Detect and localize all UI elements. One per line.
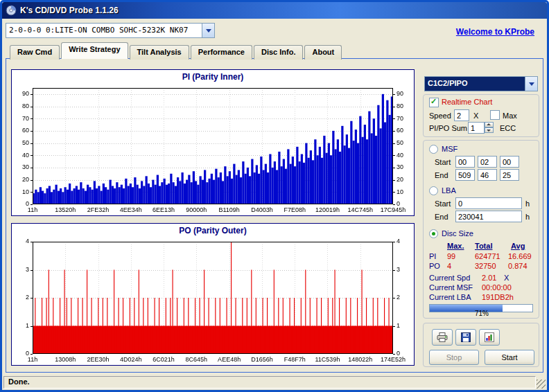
device-select-dropdown-button[interactable] bbox=[202, 24, 214, 37]
lba-start-unit: h bbox=[525, 199, 530, 208]
max-speed-label: Max bbox=[503, 112, 517, 120]
tab-raw-cmd[interactable]: Raw Cmd bbox=[10, 45, 60, 60]
msf-end-frame-input[interactable] bbox=[500, 169, 519, 181]
stats-header-max: Max. bbox=[447, 242, 464, 250]
printer-icon bbox=[437, 332, 448, 342]
msf-end-sec-input[interactable] bbox=[478, 169, 497, 181]
po-chart-title: PO (Parity Outer) bbox=[12, 224, 414, 235]
chevron-down-icon bbox=[529, 82, 534, 89]
current-spd-label: Current Spd bbox=[429, 274, 470, 282]
stats-po-avg: 0.874 bbox=[508, 262, 528, 270]
ecc-label: ECC bbox=[500, 124, 516, 132]
lba-end-unit: h bbox=[525, 213, 530, 221]
tab-about[interactable]: About bbox=[304, 45, 342, 60]
msf-start-label: Start bbox=[435, 158, 451, 166]
msf-start-min-input[interactable] bbox=[455, 156, 475, 168]
pipo-sum-spinner[interactable] bbox=[485, 122, 494, 133]
statusbar: Done. bbox=[2, 375, 547, 390]
actions-group: Stop Start bbox=[423, 323, 539, 367]
tab-write-strategy[interactable]: Write Strategy bbox=[61, 42, 128, 59]
tab-page-write-strategy: PI (Parity Inner) PO (Parity Outer) C1C2… bbox=[6, 58, 543, 373]
window-title: K's CD/DVD Probe 1.1.26 bbox=[20, 6, 119, 15]
msf-start-sec-input[interactable] bbox=[478, 156, 497, 168]
current-lba-label: Current LBA bbox=[429, 293, 471, 301]
stats-header-total: Total bbox=[475, 242, 492, 250]
disc-size-radio[interactable] bbox=[429, 229, 438, 238]
mode-select-dropdown-button[interactable] bbox=[525, 77, 537, 91]
resize-grip[interactable] bbox=[537, 380, 546, 389]
max-speed-checkbox[interactable] bbox=[490, 110, 500, 120]
current-spd-value: 2.01 bbox=[482, 274, 496, 282]
stats-pi-max: 99 bbox=[447, 252, 455, 260]
msf-end-min-input[interactable] bbox=[455, 169, 475, 181]
progress-percent-label: 71% bbox=[424, 310, 540, 317]
pi-chart bbox=[13, 84, 412, 215]
welcome-link[interactable]: Welcome to KProbe bbox=[456, 27, 534, 37]
msf-end-label: End bbox=[435, 171, 448, 179]
msf-label: MSF bbox=[442, 145, 458, 153]
lba-radio[interactable] bbox=[429, 186, 438, 195]
chevron-down-icon bbox=[206, 29, 211, 35]
msf-start-frame-input[interactable] bbox=[500, 156, 519, 168]
speed-unit-label: X bbox=[473, 112, 478, 120]
save-button[interactable] bbox=[455, 329, 476, 346]
po-chart-panel: PO (Parity Outer) bbox=[11, 223, 415, 366]
current-msf-label: Current MSF bbox=[429, 283, 473, 292]
pi-chart-title: PI (Parity Inner) bbox=[12, 70, 414, 82]
tab-bar: Raw Cmd Write Strategy Tilt Analysis Per… bbox=[10, 44, 343, 59]
save-chart-image-button[interactable] bbox=[479, 329, 500, 346]
stop-button[interactable]: Stop bbox=[429, 350, 479, 365]
stats-po-max: 4 bbox=[447, 262, 451, 270]
chart-image-icon bbox=[485, 332, 494, 342]
po-chart bbox=[13, 238, 412, 365]
app-window: K's CD/DVD Probe 1.1.26 2-0-0-0 0:LITE-O… bbox=[0, 0, 549, 392]
app-icon bbox=[6, 5, 17, 16]
lba-end-label: End bbox=[435, 213, 448, 221]
stats-pi-label: PI bbox=[429, 252, 436, 260]
lba-start-label: Start bbox=[435, 199, 451, 208]
tab-performance[interactable]: Performance bbox=[191, 45, 252, 60]
stats-pi-total: 624771 bbox=[475, 252, 500, 260]
stats-po-total: 32750 bbox=[475, 262, 496, 270]
realtime-chart-label: Realtime Chart bbox=[442, 98, 492, 106]
start-button[interactable]: Start bbox=[485, 350, 534, 365]
titlebar[interactable]: K's CD/DVD Probe 1.1.26 bbox=[2, 2, 547, 19]
status-text: Done. bbox=[3, 376, 536, 389]
pipo-sum-label: PI/PO Sum bbox=[429, 124, 467, 132]
current-spd-unit: X bbox=[504, 274, 509, 282]
realtime-chart-checkbox[interactable] bbox=[429, 98, 439, 107]
mode-select-value: C1C2/PIPO bbox=[425, 77, 525, 91]
spinner-up-icon[interactable] bbox=[485, 122, 494, 127]
device-select-value: 2-0-0-0 0:LITE-ON COMBO SOHC-5232K NK07 bbox=[6, 24, 202, 37]
tab-disc-info[interactable]: Disc Info. bbox=[254, 45, 304, 60]
stats-header-avg: Avg bbox=[511, 242, 525, 250]
disc-size-label: Disc Size bbox=[442, 229, 473, 238]
stats-po-label: PO bbox=[429, 262, 440, 270]
lba-label: LBA bbox=[442, 186, 456, 195]
msf-radio[interactable] bbox=[429, 145, 438, 154]
speed-label: Speed bbox=[429, 112, 451, 120]
pi-chart-panel: PI (Parity Inner) bbox=[11, 69, 415, 216]
device-select[interactable]: 2-0-0-0 0:LITE-ON COMBO SOHC-5232K NK07 bbox=[6, 23, 215, 38]
pipo-sum-input[interactable] bbox=[468, 122, 485, 134]
lba-start-input[interactable] bbox=[455, 197, 522, 209]
chart-options-group: Realtime Chart Speed X Max PI/PO Sum ECC bbox=[423, 94, 539, 137]
current-lba-value: 191DB2h bbox=[482, 293, 514, 301]
floppy-disk-icon bbox=[461, 332, 471, 342]
speed-input[interactable] bbox=[454, 109, 469, 121]
mode-select[interactable]: C1C2/PIPO bbox=[424, 76, 538, 91]
lba-end-input[interactable] bbox=[455, 211, 522, 222]
current-msf-value: 00:00:00 bbox=[482, 283, 512, 292]
stats-pi-avg: 16.669 bbox=[508, 252, 532, 260]
spinner-down-icon[interactable] bbox=[485, 127, 494, 133]
range-stats-group: MSF Start End LBA Start h End h Disc Siz… bbox=[423, 140, 539, 319]
print-button[interactable] bbox=[432, 329, 453, 346]
tab-tilt-analysis[interactable]: Tilt Analysis bbox=[130, 45, 189, 60]
